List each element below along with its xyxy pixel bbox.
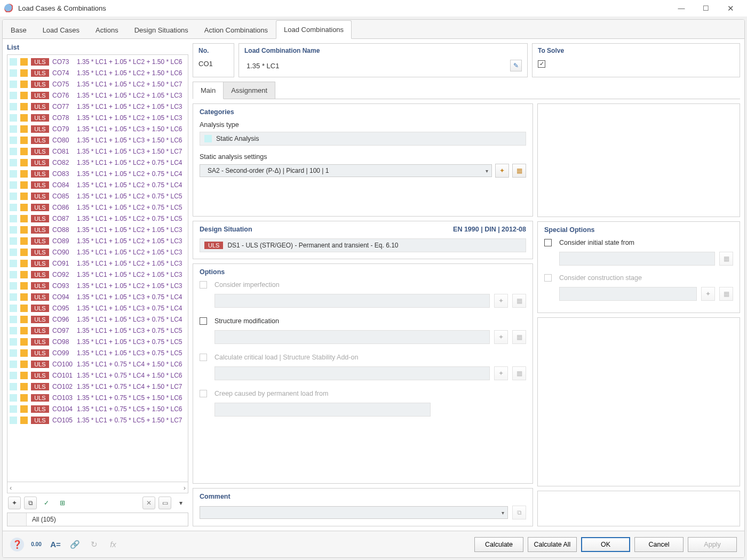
- list-item[interactable]: ULSCO951.35 * LC1 + 1.05 * LC3 + 0.75 * …: [7, 302, 188, 314]
- list-item[interactable]: ULSCO901.35 * LC1 + 1.05 * LC2 + 1.05 * …: [7, 246, 188, 258]
- list-item[interactable]: ULSCO821.35 * LC1 + 1.05 * LC2 + 0.75 * …: [7, 157, 188, 168]
- list-item[interactable]: ULSCO851.35 * LC1 + 1.05 * LC2 + 0.75 * …: [7, 190, 188, 202]
- list-item[interactable]: ULSCO841.35 * LC1 + 1.05 * LC2 + 0.75 * …: [7, 179, 188, 190]
- new-button[interactable]: ✦: [8, 497, 21, 509]
- cyan-swatch-icon: [10, 137, 17, 144]
- top-tab[interactable]: Base: [3, 21, 35, 39]
- list-item[interactable]: ULSCO831.35 * LC1 + 1.05 * LC2 + 0.75 * …: [7, 168, 188, 179]
- uls-pill: ULS: [31, 327, 49, 334]
- construction-stage-checkbox[interactable]: [544, 274, 552, 282]
- list-item[interactable]: ULSCO1011.35 * LC1 + 0.75 * LC4 + 1.50 *…: [7, 370, 188, 381]
- list-item[interactable]: ULSCO761.35 * LC1 + 1.05 * LC2 + 1.05 * …: [7, 90, 188, 101]
- list-item[interactable]: ULSCO881.35 * LC1 + 1.05 * LC2 + 1.05 * …: [7, 224, 188, 235]
- co-desc: 1.35 * LC1 + 0.75 * LC5 + 1.50 * LC6: [77, 405, 188, 413]
- cyan-swatch-icon: [10, 316, 17, 323]
- list-item[interactable]: ULSCO931.35 * LC1 + 1.05 * LC2 + 1.05 * …: [7, 280, 188, 291]
- list-item[interactable]: ULSCO921.35 * LC1 + 1.05 * LC2 + 1.05 * …: [7, 269, 188, 280]
- co-desc: 1.35 * LC1 + 1.05 * LC2 + 0.75 * LC4: [77, 181, 188, 189]
- top-tab[interactable]: Action Combinations: [196, 21, 276, 39]
- tree-button[interactable]: ⊞: [56, 497, 69, 509]
- list-item[interactable]: ULSCO781.35 * LC1 + 1.05 * LC2 + 1.05 * …: [7, 112, 188, 123]
- help-icon[interactable]: ❓: [10, 538, 24, 551]
- window-controls: — ☐ ✕: [669, 0, 743, 17]
- ok-button[interactable]: OK: [581, 537, 630, 552]
- uls-pill: ULS: [31, 338, 49, 346]
- top-tab[interactable]: Load Cases: [35, 21, 88, 39]
- list-item[interactable]: ULSCO991.35 * LC1 + 1.05 * LC3 + 0.75 * …: [7, 347, 188, 358]
- imperfection-new-icon: ✦: [494, 294, 508, 308]
- list-item[interactable]: ULSCO861.35 * LC1 + 1.05 * LC2 + 0.75 * …: [7, 202, 188, 213]
- uls-pill: ULS: [31, 260, 49, 267]
- list-item[interactable]: ULSCO1021.35 * LC1 + 0.75 * LC4 + 1.50 *…: [7, 381, 188, 392]
- comment-button-icon[interactable]: ⧉: [512, 506, 526, 519]
- calculate-button[interactable]: Calculate: [474, 537, 523, 552]
- fx-icon[interactable]: fx: [106, 538, 120, 551]
- close-icon[interactable]: ✕: [718, 0, 743, 17]
- edit-name-icon[interactable]: ✎: [510, 60, 522, 71]
- top-tab[interactable]: Load Combinations: [276, 20, 352, 39]
- initial-state-checkbox[interactable]: [544, 239, 552, 246]
- settings-open-icon[interactable]: ▦: [512, 164, 526, 178]
- co-desc: 1.35 * LC1 + 1.05 * LC3 + 0.75 * LC4: [77, 316, 188, 323]
- calculate-all-button[interactable]: Calculate All: [528, 537, 577, 552]
- list-item[interactable]: ULSCO891.35 * LC1 + 1.05 * LC2 + 1.05 * …: [7, 235, 188, 246]
- list-item[interactable]: ULSCO1001.35 * LC1 + 0.75 * LC4 + 1.50 *…: [7, 358, 188, 370]
- sub-tab[interactable]: Assignment: [224, 82, 275, 99]
- pair-button[interactable]: ▭: [158, 497, 171, 509]
- delete-button[interactable]: ✕: [142, 497, 155, 509]
- check-button[interactable]: ✓: [40, 497, 53, 509]
- name-input[interactable]: [244, 61, 507, 71]
- list-item[interactable]: ULSCO871.35 * LC1 + 1.05 * LC2 + 0.75 * …: [7, 213, 188, 224]
- units-icon[interactable]: 0.00: [29, 538, 43, 551]
- co-id: CO86: [52, 204, 77, 211]
- list-item[interactable]: ULSCO1051.35 * LC1 + 0.75 * LC5 + 1.50 *…: [7, 414, 188, 426]
- list-item[interactable]: ULSCO741.35 * LC1 + 1.05 * LC2 + 1.50 * …: [7, 67, 188, 78]
- solve-checkbox[interactable]: ✓: [538, 60, 545, 68]
- sub-tab[interactable]: Main: [193, 82, 224, 99]
- list-item[interactable]: ULSCO811.35 * LC1 + 1.05 * LC3 + 1.50 * …: [7, 146, 188, 157]
- co-id: CO88: [52, 226, 77, 234]
- list-item[interactable]: ULSCO961.35 * LC1 + 1.05 * LC3 + 0.75 * …: [7, 314, 188, 325]
- list-item[interactable]: ULSCO731.35 * LC1 + 1.05 * LC2 + 1.50 * …: [7, 56, 188, 67]
- list-item[interactable]: ULSCO801.35 * LC1 + 1.05 * LC3 + 1.50 * …: [7, 134, 188, 146]
- consider-imperfection-checkbox[interactable]: [200, 281, 207, 289]
- equals-icon[interactable]: A=: [49, 538, 62, 551]
- settings-combo[interactable]: SA2 - Second-order (P-Δ) | Picard | 100 …: [200, 164, 492, 177]
- comment-combo[interactable]: ▾: [200, 506, 508, 519]
- list-item[interactable]: ULSCO1041.35 * LC1 + 0.75 * LC5 + 1.50 *…: [7, 403, 188, 414]
- list-item[interactable]: ULSCO971.35 * LC1 + 1.05 * LC3 + 0.75 * …: [7, 325, 188, 336]
- minimize-icon[interactable]: —: [669, 0, 694, 17]
- list-item[interactable]: ULSCO771.35 * LC1 + 1.05 * LC2 + 1.05 * …: [7, 101, 188, 112]
- creep-checkbox[interactable]: [200, 390, 207, 397]
- apply-button[interactable]: Apply: [688, 537, 737, 552]
- creep-field: [214, 403, 431, 417]
- list-item[interactable]: ULSCO791.35 * LC1 + 1.05 * LC3 + 1.50 * …: [7, 123, 188, 134]
- filter-bar-icon: [7, 513, 27, 526]
- list-item[interactable]: ULSCO751.35 * LC1 + 1.05 * LC2 + 1.50 * …: [7, 78, 188, 90]
- list-item[interactable]: ULSCO911.35 * LC1 + 1.05 * LC2 + 1.05 * …: [7, 258, 188, 269]
- settings-new-icon[interactable]: ✦: [495, 164, 509, 178]
- co-id: CO74: [52, 69, 77, 77]
- list-filter[interactable]: All (105): [7, 513, 188, 526]
- list-hscroll[interactable]: ‹›: [7, 482, 188, 493]
- critical-load-checkbox[interactable]: [200, 354, 207, 361]
- chevron-down-icon[interactable]: ▾: [174, 497, 187, 509]
- list-item[interactable]: ULSCO941.35 * LC1 + 1.05 * LC3 + 0.75 * …: [7, 291, 188, 302]
- copy-button[interactable]: ⧉: [24, 497, 37, 509]
- redo-icon[interactable]: ↻: [87, 538, 101, 551]
- list-item[interactable]: ULSCO981.35 * LC1 + 1.05 * LC3 + 0.75 * …: [7, 336, 188, 347]
- cancel-button[interactable]: Cancel: [634, 537, 684, 552]
- co-id: CO77: [52, 103, 77, 110]
- link-icon[interactable]: 🔗: [68, 538, 82, 551]
- list-box[interactable]: ULSCO731.35 * LC1 + 1.05 * LC2 + 1.50 * …: [7, 54, 188, 482]
- maximize-icon[interactable]: ☐: [694, 0, 718, 17]
- list-item[interactable]: ULSCO1031.35 * LC1 + 0.75 * LC5 + 1.50 *…: [7, 392, 188, 403]
- structure-modification-checkbox[interactable]: [200, 317, 207, 325]
- top-tab[interactable]: Actions: [88, 21, 126, 39]
- co-desc: 1.35 * LC1 + 1.05 * LC3 + 1.50 * LC7: [77, 148, 188, 155]
- uls-pill: ULS: [31, 249, 49, 256]
- co-desc: 1.35 * LC1 + 1.05 * LC2 + 0.75 * LC4: [77, 170, 188, 178]
- uls-pill: ULS: [31, 69, 49, 77]
- top-tab[interactable]: Design Situations: [126, 21, 196, 39]
- co-desc: 1.35 * LC1 + 1.05 * LC2 + 1.05 * LC3: [77, 226, 188, 234]
